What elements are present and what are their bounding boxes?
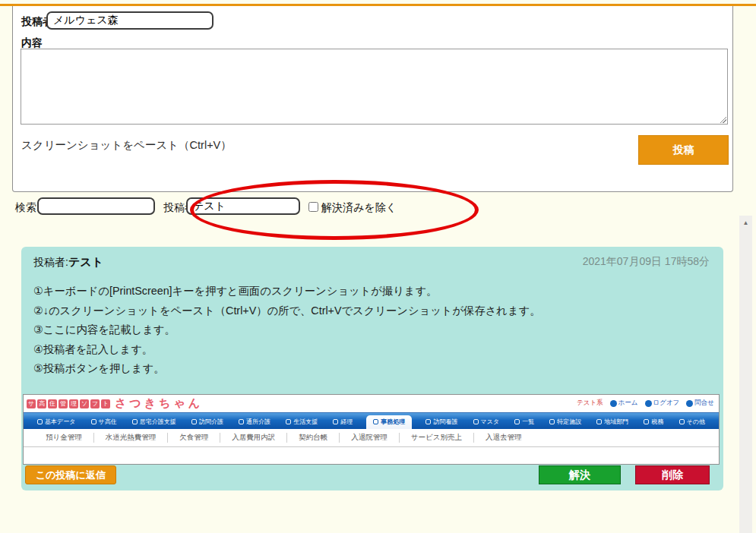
screenshot-submenu-item: 入退去管理: [473, 433, 533, 443]
nav-item-label: 訪問介護: [199, 418, 223, 426]
post-body-line: ①キーボードの[PrintScreen]キーを押すと画面のスクリーンショットが撮…: [33, 282, 541, 301]
screenshot-nav-item: 経理: [331, 415, 354, 429]
logo-block: 理: [69, 399, 78, 408]
screenshot-nav-item: マスタ: [472, 415, 501, 429]
resize-grip-icon[interactable]: [720, 116, 726, 123]
post-body: ①キーボードの[PrintScreen]キーを押すと画面のスクリーンショットが撮…: [33, 282, 541, 379]
post-body-line: ③ここに内容を記載します。: [33, 320, 541, 340]
nav-item-icon: [91, 419, 96, 424]
delete-button[interactable]: 削除: [635, 465, 710, 484]
logoff-icon: [645, 400, 652, 407]
nav-item-label: その他: [687, 418, 705, 426]
nav-item-label: 基本データ: [45, 418, 75, 426]
nav-item-icon: [191, 419, 197, 424]
submit-post-button[interactable]: 投稿: [638, 135, 729, 165]
vertical-scrollbar[interactable]: ▲: [739, 216, 752, 533]
nav-item-label: サ高住: [99, 418, 117, 426]
screenshot-nav-item: 通所介護: [237, 415, 272, 429]
screenshot-nav-item: 生活支援: [284, 415, 319, 429]
nav-item-icon: [679, 419, 685, 424]
screenshot-nav-item: その他: [678, 415, 707, 429]
screenshot-nav-item: 基本データ: [36, 415, 77, 429]
nav-item-icon: [286, 419, 291, 424]
post-poster-label: 投稿者:: [33, 256, 68, 268]
post-timestamp: 2021年07月09日 17時58分: [583, 255, 710, 269]
logo-block: フ: [90, 399, 100, 408]
screenshot-nav-item: 訪問介護: [190, 415, 225, 429]
post-body-line: ④投稿者を記入します。: [33, 340, 541, 360]
logo-block: ト: [101, 399, 110, 408]
filter-poster-input[interactable]: [186, 197, 300, 215]
nav-item-icon: [514, 419, 520, 424]
contact-icon: [686, 400, 693, 407]
screenshot-logo-row: サ高住管理ソフト さつきちゃん テスト系 ホーム ログオフ 問合せ: [24, 395, 719, 412]
nav-item-icon: [473, 419, 479, 424]
screenshot-nav-item: サ高住: [90, 415, 119, 429]
screenshot-nav-item: 訪問看護: [424, 415, 459, 429]
post-poster-name: テスト: [68, 255, 103, 268]
nav-item-icon: [132, 419, 138, 424]
post-card: 投稿者:テスト 2021年07月09日 17時58分 ①キーボードの[Print…: [21, 247, 723, 490]
post-body-line: ②↓のスクリーンショットをペースト（Ctrl+V）の所で、Ctrl+Vでスクリー…: [33, 301, 541, 321]
nav-item-icon: [425, 419, 431, 424]
screenshot-contact-link: 問合せ: [686, 399, 714, 408]
nav-item-label: 地域部門: [604, 418, 628, 426]
screenshot-nav-item: 事務処理: [366, 415, 412, 429]
attached-screenshot: サ高住管理ソフト さつきちゃん テスト系 ホーム ログオフ 問合せ 基本データサ…: [23, 394, 720, 465]
nav-item-icon: [373, 419, 378, 424]
screenshot-nav-item: 税務: [642, 415, 665, 429]
screenshot-submenu-item: 水道光熱費管理: [93, 433, 168, 443]
screenshot-submenu-item: 欠食管理: [167, 433, 220, 443]
exclude-resolved-label: 解決済みを除く: [321, 201, 397, 215]
home-icon: [610, 400, 617, 407]
exclude-resolved-checkbox[interactable]: [308, 202, 318, 212]
screenshot-submenu-item: 入退院管理: [339, 433, 399, 443]
screenshot-submenu-item: 契約台帳: [286, 433, 339, 443]
compose-form: 投稿者 内容 スクリーンショットをペースト（Ctrl+V） 投稿: [12, 6, 733, 192]
logo-block: 管: [59, 399, 68, 408]
nav-item-label: 生活支援: [293, 418, 318, 426]
resolve-button[interactable]: 解決: [539, 465, 621, 484]
screenshot-nav-item: 地域部門: [595, 415, 630, 429]
nav-item-icon: [596, 419, 602, 424]
nav-item-label: 事務処理: [381, 418, 405, 426]
nav-item-label: 一覧: [522, 418, 534, 426]
post-body-line: ⑤投稿ボタンを押します。: [33, 359, 541, 379]
content-textarea[interactable]: [21, 49, 728, 125]
nav-item-label: 特定施設: [557, 418, 581, 426]
screenshot-nav-bar: 基本データサ高住居宅介護支援訪問介護通所介護生活支援経理事務処理訪問看護マスタ一…: [24, 412, 719, 429]
screenshot-nav-item: 一覧: [513, 415, 536, 429]
screenshot-submenu-item: サービス別売上: [399, 433, 473, 443]
logo-block: 高: [37, 399, 46, 408]
nav-item-icon: [644, 419, 649, 424]
content-textarea-wrap: [21, 49, 728, 125]
screenshot-submenu: 預り金管理水道光熱費管理欠食管理入居費用内訳契約台帳入退院管理サービス別売上入退…: [24, 429, 719, 447]
logo-block: ソ: [80, 399, 89, 408]
logo-block: サ: [27, 399, 36, 408]
nav-item-label: 経理: [340, 418, 353, 426]
screenshot-logoff-link: ログオフ: [645, 399, 680, 408]
screenshot-user-links: テスト系 ホーム ログオフ 問合せ: [577, 399, 714, 408]
search-input[interactable]: [37, 197, 155, 215]
reply-button[interactable]: この投稿に返信: [25, 465, 116, 484]
nav-item-label: 税務: [651, 418, 663, 426]
logo-block: 住: [48, 399, 57, 408]
nav-item-icon: [37, 419, 43, 424]
screenshot-submenu-item: 預り金管理: [34, 433, 93, 443]
post-header: 投稿者:テスト: [33, 255, 103, 270]
scroll-up-arrow-icon[interactable]: ▲: [739, 216, 752, 226]
screenshot-home-link: ホーム: [610, 399, 638, 408]
screenshot-nav-item: 特定施設: [548, 415, 583, 429]
nav-item-label: 通所介護: [246, 418, 270, 426]
app-logo-text: さつきちゃん: [115, 396, 203, 411]
screenshot-nav-item: 居宅介護支援: [131, 415, 178, 429]
nav-item-icon: [333, 419, 338, 424]
logo-blocks: サ高住管理ソフト: [27, 399, 110, 408]
screenshot-user-name: テスト系: [577, 399, 603, 408]
nav-item-icon: [549, 419, 555, 424]
nav-item-label: 訪問看護: [433, 418, 457, 426]
poster-input[interactable]: [46, 11, 214, 30]
nav-item-label: マスタ: [481, 418, 500, 426]
nav-item-icon: [239, 419, 244, 424]
paste-hint: スクリーンショットをペースト（Ctrl+V）: [21, 138, 232, 153]
